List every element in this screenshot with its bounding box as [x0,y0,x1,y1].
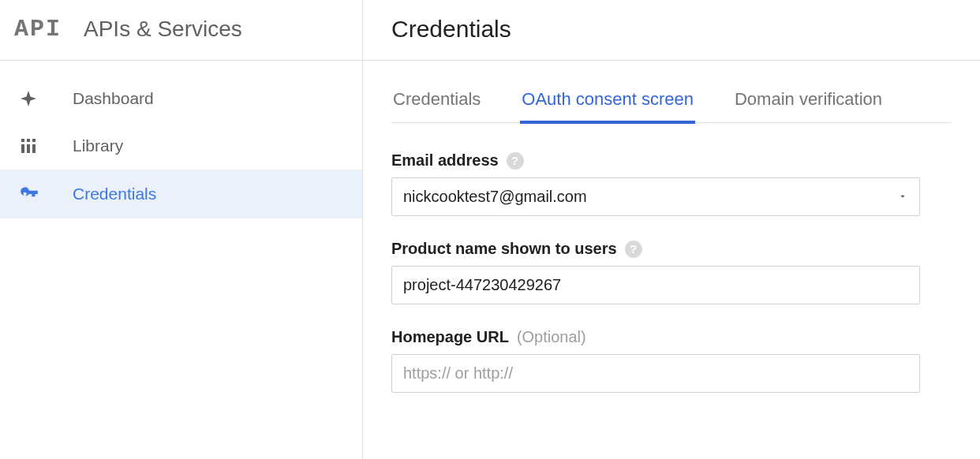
sidebar-item-label: Credentials [73,185,156,203]
tab-domain-verification[interactable]: Domain verification [733,89,884,124]
caret-down-icon [897,188,908,206]
svg-point-0 [23,192,26,196]
homepage-input[interactable] [391,354,920,393]
sidebar-item-library[interactable]: Library [0,122,362,170]
help-icon[interactable]: ? [507,152,524,170]
sidebar-header: API APIs & Services [0,0,362,61]
tabs: Credentials OAuth consent screen Domain … [391,89,952,123]
key-icon [19,184,43,204]
product-name-field-group: Product name shown to users ? [391,240,952,304]
email-select-value: nickcooktest7@gmail.com [403,188,587,206]
homepage-field-group: Homepage URL (Optional) [391,328,952,393]
api-badge: API [14,16,62,43]
sidebar-title: APIs & Services [84,17,242,42]
email-label: Email address [391,151,499,170]
homepage-label-row: Homepage URL (Optional) [391,328,952,346]
homepage-optional: (Optional) [517,328,586,346]
product-name-label-row: Product name shown to users ? [391,240,952,258]
dashboard-icon [19,89,43,108]
header-divider [363,60,980,61]
sidebar-item-dashboard[interactable]: Dashboard [0,75,362,122]
sidebar-item-label: Library [73,136,123,155]
tab-credentials[interactable]: Credentials [391,89,482,124]
main-content: Credentials Credentials OAuth consent sc… [363,0,980,459]
library-icon [19,136,43,155]
sidebar: API APIs & Services Dashboard Library [0,0,363,459]
page-title: Credentials [391,14,952,43]
product-name-input[interactable] [391,266,920,304]
sidebar-item-label: Dashboard [73,89,154,108]
email-select[interactable]: nickcooktest7@gmail.com [391,177,920,216]
sidebar-nav: Dashboard Library Credentials [0,61,362,218]
email-field-group: Email address ? nickcooktest7@gmail.com [391,151,952,216]
sidebar-item-credentials[interactable]: Credentials [0,170,362,218]
help-icon[interactable]: ? [625,241,642,258]
homepage-label: Homepage URL [391,328,509,346]
oauth-consent-form: Email address ? nickcooktest7@gmail.com … [391,151,952,393]
product-name-label: Product name shown to users [391,240,617,258]
tab-oauth-consent[interactable]: OAuth consent screen [520,89,695,124]
email-label-row: Email address ? [391,151,952,170]
